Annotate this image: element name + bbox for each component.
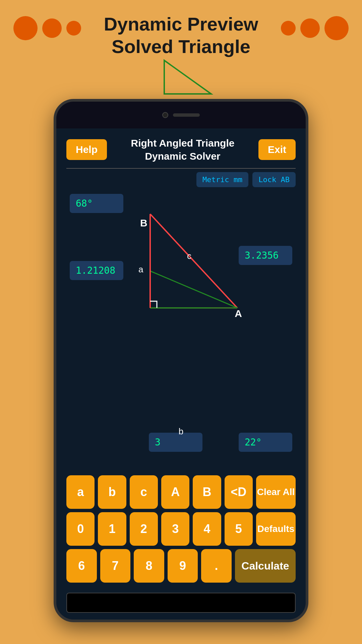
help-button[interactable]: Help: [66, 139, 107, 160]
svg-line-1: [150, 214, 237, 308]
label-B: B: [140, 217, 147, 229]
keyboard-area: a b c A B <D Clear All 0 1 2 3 4 5 Defau…: [63, 472, 299, 593]
phone-body: Help Right Angled Triangle Dynamic Solve…: [54, 99, 308, 622]
key-4[interactable]: 4: [193, 512, 221, 546]
header-bar: Help Right Angled Triangle Dynamic Solve…: [63, 128, 299, 168]
dot-right-2: [300, 18, 320, 38]
label-A: A: [235, 308, 242, 319]
field-side-a[interactable]: 1.21208: [70, 261, 123, 280]
defaults-button[interactable]: Defaults: [256, 512, 296, 546]
metric-button[interactable]: Metric mm: [196, 172, 248, 187]
key-a[interactable]: a: [66, 475, 95, 509]
key-b[interactable]: b: [98, 475, 126, 509]
key-c[interactable]: c: [130, 475, 158, 509]
camera: [162, 112, 168, 118]
label-c: c: [187, 251, 191, 261]
exit-button[interactable]: Exit: [258, 139, 296, 160]
controls-row: Metric mm Lock AB: [63, 172, 299, 191]
phone-top-bar: [56, 102, 306, 128]
key-8[interactable]: 8: [134, 549, 164, 583]
lock-button[interactable]: Lock AB: [252, 172, 296, 187]
dot-left-2: [42, 18, 62, 38]
key-B[interactable]: B: [193, 475, 221, 509]
key-9[interactable]: 9: [168, 549, 198, 583]
key-7[interactable]: 7: [100, 549, 131, 583]
key-A[interactable]: A: [161, 475, 189, 509]
triangle-preview: [147, 57, 215, 99]
field-angle-a[interactable]: 22°: [239, 433, 292, 452]
field-side-b[interactable]: 3: [149, 433, 202, 452]
key-3[interactable]: 3: [161, 512, 189, 546]
dot-left-3: [66, 21, 81, 36]
calculate-button[interactable]: Calculate: [235, 549, 296, 583]
label-a: a: [138, 264, 143, 275]
speaker: [173, 113, 200, 117]
dot-left-1: [13, 16, 38, 40]
header-divider: [66, 168, 296, 169]
app-content: Help Right Angled Triangle Dynamic Solve…: [56, 128, 306, 620]
key-2[interactable]: 2: [130, 512, 158, 546]
svg-line-5: [150, 271, 237, 308]
key-angle[interactable]: <D: [225, 475, 253, 509]
app-title: Dynamic Preview Solved Triangle: [104, 13, 258, 58]
key-row-3: 6 7 8 9 . Calculate: [66, 549, 296, 583]
dot-right-1: [281, 21, 296, 36]
key-dot[interactable]: .: [201, 549, 232, 583]
top-dots-right: [281, 16, 349, 40]
key-row-1: a b c A B <D Clear All: [66, 475, 296, 509]
app-inner-title: Right Angled Triangle Dynamic Solver: [131, 137, 235, 163]
key-6[interactable]: 6: [66, 549, 97, 583]
clear-all-button[interactable]: Clear All: [256, 475, 296, 509]
field-angle-b[interactable]: 68°: [70, 194, 123, 213]
key-5[interactable]: 5: [225, 512, 253, 546]
key-0[interactable]: 0: [66, 512, 95, 546]
dot-right-3: [324, 16, 349, 40]
key-row-2: 0 1 2 3 4 5 Defaults: [66, 512, 296, 546]
top-dots-left: [13, 16, 81, 40]
svg-marker-0: [164, 60, 211, 94]
bottom-bar: [66, 593, 296, 613]
key-1[interactable]: 1: [98, 512, 126, 546]
diagram-area: 68° 3.2356 1.21208 3 22°: [63, 191, 299, 472]
label-b: b: [179, 426, 183, 437]
